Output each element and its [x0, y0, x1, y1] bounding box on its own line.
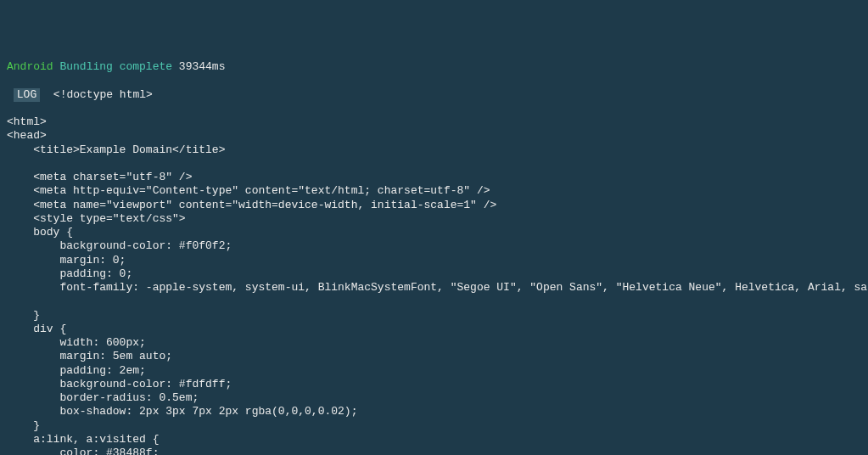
code-output: <html><head> <title>Example Domain</titl…: [7, 115, 861, 455]
code-line: [7, 295, 861, 308]
code-line: <html>: [7, 115, 861, 129]
code-line: box-shadow: 2px 3px 7px 2px rgba(0,0,0,0…: [7, 405, 861, 418]
platform-label: Android: [7, 60, 53, 73]
code-line: <meta charset="utf-8" />: [7, 171, 861, 184]
code-line: }: [7, 309, 861, 323]
log-badge: LOG: [14, 88, 40, 102]
code-line: margin: 5em auto;: [7, 350, 861, 363]
code-line: <meta http-equiv="Content-type" content=…: [7, 184, 861, 198]
code-line: <style type="text/css">: [7, 212, 861, 226]
bundling-status-line: Android Bundling complete 39344ms: [7, 60, 861, 74]
log-line-doctype: LOG <!doctype html>: [7, 88, 861, 102]
code-line: padding: 0;: [7, 267, 861, 281]
code-line: background-color: #fdfdff;: [7, 378, 861, 391]
code-line: color: #38488f;: [7, 447, 861, 455]
code-line: a:link, a:visited {: [7, 433, 861, 447]
code-line: <title>Example Domain</title>: [7, 143, 861, 157]
doctype-text: <!doctype html>: [53, 88, 153, 101]
code-line: body {: [7, 226, 861, 239]
code-line: background-color: #f0f0f2;: [7, 239, 861, 253]
code-line: [7, 157, 861, 171]
code-line: margin: 0;: [7, 254, 861, 267]
bundling-time: 39344ms: [179, 60, 226, 73]
code-line: <meta name="viewport" content="width=dev…: [7, 199, 861, 212]
code-line: font-family: -apple-system, system-ui, B…: [7, 281, 861, 295]
code-line: div {: [7, 323, 861, 336]
code-line: }: [7, 419, 861, 433]
bundling-status: Bundling complete: [59, 60, 172, 73]
code-line: width: 600px;: [7, 336, 861, 350]
code-line: border-radius: 0.5em;: [7, 391, 861, 405]
code-line: padding: 2em;: [7, 364, 861, 378]
code-line: <head>: [7, 129, 861, 143]
